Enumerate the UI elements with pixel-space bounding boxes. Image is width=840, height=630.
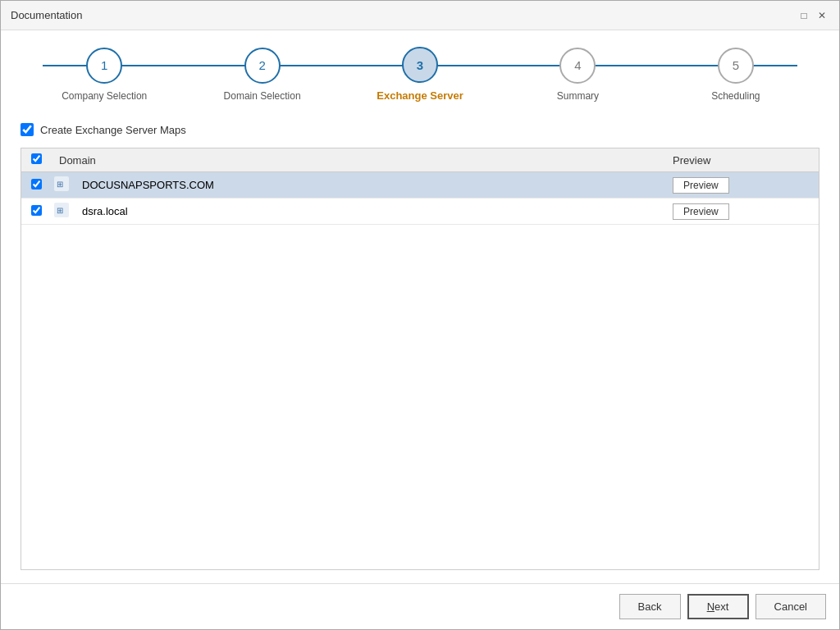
- row2-extra: [763, 199, 819, 225]
- step-4: 4 Summary: [499, 48, 656, 102]
- domain-table-container: Domain Preview ⊞: [21, 148, 819, 570]
- row2-preview-col: Preview: [664, 199, 763, 225]
- table-row: ⊞ dsra.local Preview: [21, 199, 819, 225]
- select-all-checkbox[interactable]: [31, 153, 42, 164]
- create-maps-label: Create Exchange Server Maps: [40, 124, 186, 136]
- step-1: 1 Company Selection: [25, 48, 183, 102]
- next-button[interactable]: Next: [687, 594, 749, 619]
- row2-domain: dsra.local: [74, 199, 664, 225]
- table-header-row: Domain Preview: [21, 148, 819, 172]
- minimize-button[interactable]: □: [797, 8, 811, 23]
- row1-domain: DOCUSNAPSPORTS.COM: [74, 172, 664, 199]
- title-bar: Documentation □ ✕: [1, 1, 839, 30]
- main-content: Create Exchange Server Maps Domain Previ…: [1, 110, 839, 583]
- next-label: Next: [707, 600, 729, 613]
- step-1-circle: 1: [86, 48, 122, 84]
- close-button[interactable]: ✕: [815, 8, 829, 23]
- step-2-label: Domain Selection: [224, 90, 301, 102]
- wizard-steps: 1 Company Selection 2 Domain Selection 3…: [1, 30, 839, 110]
- create-maps-checkbox[interactable]: [21, 123, 34, 136]
- back-button[interactable]: Back: [619, 594, 681, 619]
- step-5: 5 Scheduling: [657, 48, 815, 102]
- step-2: 2 Domain Selection: [183, 48, 340, 102]
- steps-container: 1 Company Selection 2 Domain Selection 3…: [25, 47, 815, 102]
- step-1-label: Company Selection: [62, 90, 147, 102]
- step-2-circle: 2: [244, 48, 281, 84]
- step-3: 3 Exchange Server: [341, 47, 499, 102]
- step-3-label: Exchange Server: [377, 89, 463, 102]
- row1-extra: [763, 172, 819, 199]
- exchange-icon-2: ⊞: [54, 203, 69, 217]
- domain-table: Domain Preview ⊞: [21, 148, 819, 225]
- row1-preview-button[interactable]: Preview: [673, 177, 729, 194]
- row1-checkbox[interactable]: [31, 179, 42, 189]
- row1-icon-col: ⊞: [51, 172, 74, 199]
- row1-preview-col: Preview: [664, 172, 763, 199]
- main-window: Documentation □ ✕ 1 Company Selection 2 …: [0, 0, 840, 630]
- window-controls: □ ✕: [797, 8, 829, 23]
- step-4-circle: 4: [559, 48, 596, 84]
- create-maps-row: Create Exchange Server Maps: [21, 123, 819, 136]
- window-title: Documentation: [11, 9, 82, 21]
- row2-checkbox[interactable]: [31, 205, 42, 216]
- row2-preview-button[interactable]: Preview: [673, 203, 729, 220]
- svg-text:⊞: ⊞: [57, 206, 63, 215]
- row2-check-col: [21, 199, 51, 225]
- step-4-label: Summary: [557, 90, 599, 102]
- row1-check-col: [21, 172, 51, 199]
- step-5-circle: 5: [718, 48, 754, 84]
- header-extra: [763, 148, 819, 172]
- row2-icon-col: ⊞: [51, 199, 74, 225]
- header-domain: Domain: [51, 148, 664, 172]
- cancel-button[interactable]: Cancel: [756, 594, 826, 619]
- header-checkbox-col: [21, 148, 51, 172]
- step-3-circle: 3: [402, 47, 438, 83]
- header-preview: Preview: [664, 148, 763, 172]
- footer: Back Next Cancel: [1, 583, 839, 629]
- exchange-icon: ⊞: [54, 176, 69, 191]
- table-row: ⊞ DOCUSNAPSPORTS.COM Preview: [21, 172, 819, 199]
- step-5-label: Scheduling: [711, 90, 760, 102]
- svg-text:⊞: ⊞: [57, 180, 63, 189]
